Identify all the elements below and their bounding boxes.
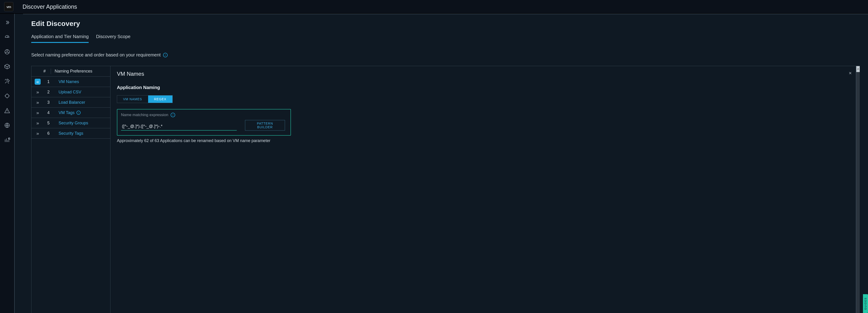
detail-subtitle: Application Naming [117,85,849,90]
naming-preference-intro-text: Select naming preference and order based… [31,52,161,58]
preferences-region: # Naming Preferences « 1 VM Names » 2 Up… [31,66,860,313]
row-number: 6 [43,131,54,136]
row-label: VM Names [54,79,79,84]
segments-icon[interactable] [3,48,11,56]
detail-title: VM Names [117,71,849,77]
pattern-builder-button[interactable]: PATTERN BUILDER [245,120,285,131]
drag-handle-icon[interactable]: » [35,120,41,126]
tools-icon[interactable] [3,77,11,85]
content-inner: Edit Discovery Application and Tier Nami… [23,14,868,313]
pref-row-security-tags[interactable]: » 6 Security Tags [31,128,110,139]
page-title: Edit Discovery [31,20,860,28]
table-header: # Naming Preferences [31,66,110,77]
main-area: Edit Discovery Application and Tier Nami… [0,14,868,313]
vm-names-detail-panel: × VM Names Application Naming VM NAMES R… [111,66,856,313]
drag-handle-icon[interactable]: » [35,130,41,136]
drag-handle-icon[interactable]: » [35,99,41,105]
left-nav-rail [0,14,14,313]
alert-icon[interactable] [3,107,11,114]
scroll-up-icon[interactable] [856,66,860,72]
naming-preferences-table: # Naming Preferences « 1 VM Names » 2 Up… [31,66,111,313]
naming-mode-segment: VM NAMES REGEX [117,95,173,103]
topology-icon[interactable] [3,63,11,70]
pref-row-security-groups[interactable]: » 5 Security Groups [31,118,110,128]
pref-row-load-balancer[interactable]: » 3 Load Balancer [31,97,110,108]
content-wrap: Edit Discovery Application and Tier Nami… [14,14,868,313]
tab-application-tier-naming[interactable]: Application and Tier Naming [31,34,89,43]
row-label: Security Groups [54,121,88,126]
pref-row-vm-tags[interactable]: » 4 VM Tags i [31,108,110,118]
row-label: Load Balancer [54,100,85,105]
col-naming-preferences: Naming Preferences [55,69,92,74]
scrollbar[interactable] [856,66,860,313]
svg-point-2 [5,94,9,98]
close-icon[interactable]: × [849,70,852,76]
top-bar: vm Discover Applications [0,0,868,14]
guides-tab[interactable]: GUIDES [863,294,868,313]
tab-discovery-scope[interactable]: Discovery Scope [96,34,130,43]
seg-vm-names[interactable]: VM NAMES [117,96,148,103]
row-number: 4 [43,110,54,115]
vmware-logo: vm [4,2,13,11]
edit-discovery-tabs: Application and Tier Naming Discovery Sc… [31,34,860,43]
seg-regex[interactable]: REGEX [148,96,173,103]
globe-icon[interactable] [3,121,11,129]
col-order: # [35,69,51,74]
row-number: 2 [43,90,54,95]
name-matching-box: Name matching expression i PATTERN BUILD… [117,109,291,136]
name-matching-label: Name matching expression i [121,113,285,117]
drag-handle-icon[interactable]: » [35,89,41,95]
pref-row-upload-csv[interactable]: » 2 Upload CSV [31,87,110,97]
analytics-icon[interactable] [3,136,11,144]
info-icon[interactable]: i [76,111,81,115]
info-icon[interactable]: i [163,53,167,57]
pref-row-vm-names[interactable]: « 1 VM Names [31,77,110,87]
row-label: Security Tags [54,131,83,136]
rename-summary-text: Approximately 62 of 63 Applications can … [117,138,849,143]
dashboard-icon[interactable] [3,34,11,41]
row-number: 1 [43,79,54,84]
regex-input[interactable] [121,123,237,131]
collapse-icon[interactable]: « [35,79,41,85]
row-number: 3 [43,100,54,105]
naming-preference-intro: Select naming preference and order based… [31,52,860,58]
drag-handle-icon[interactable]: » [35,110,41,116]
expand-rail-icon[interactable] [3,19,11,26]
row-label: VM Tags i [54,110,81,115]
info-icon[interactable]: i [170,113,175,117]
row-number: 5 [43,121,54,126]
row-label: Upload CSV [54,90,81,95]
target-icon[interactable] [3,92,11,100]
app-title: Discover Applications [23,3,77,10]
